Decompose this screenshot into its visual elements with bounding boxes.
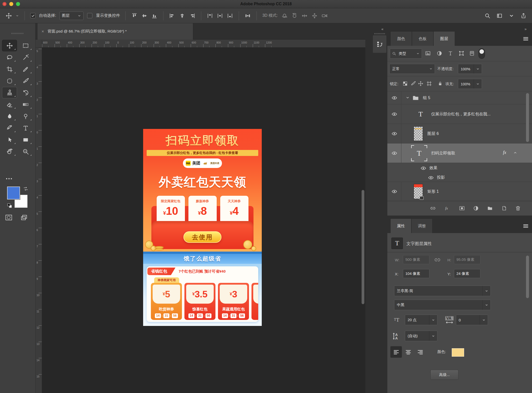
- filter-adjustment-layers-icon[interactable]: [436, 50, 442, 56]
- ruler-corner[interactable]: [36, 40, 42, 48]
- link-layers-icon[interactable]: [430, 205, 436, 211]
- clone-stamp-tool[interactable]: [2, 87, 17, 98]
- font-size-dropdown[interactable]: 20 点: [405, 315, 437, 325]
- healing-patch-tool[interactable]: [2, 75, 17, 86]
- properties-scrollbar[interactable]: [526, 256, 529, 298]
- collapsed-panel-button[interactable]: [373, 35, 386, 53]
- tab-swatches[interactable]: 色板: [412, 31, 433, 46]
- minimize-window-button[interactable]: [9, 2, 13, 6]
- leading-dropdown[interactable]: (自动): [405, 331, 437, 341]
- tab-layers[interactable]: 图层: [433, 31, 455, 46]
- adjustment-layer-icon[interactable]: [473, 205, 479, 211]
- show-transform-checkbox[interactable]: [87, 13, 92, 18]
- properties-panel-menu-icon[interactable]: [522, 223, 529, 229]
- zoom-tool[interactable]: [18, 146, 33, 157]
- close-tab-icon[interactable]: ×: [42, 29, 44, 34]
- eye-icon[interactable]: [420, 165, 426, 171]
- tab-adjustments[interactable]: 调整: [411, 219, 432, 233]
- expand-panels-arrows[interactable]: »: [524, 27, 526, 31]
- foreground-color-swatch[interactable]: [7, 186, 20, 200]
- layers-panel-menu-icon[interactable]: [522, 36, 529, 42]
- distribute-spacing-icon[interactable]: [244, 13, 251, 19]
- align-right-edges-icon[interactable]: [189, 13, 195, 19]
- auto-select-dropdown[interactable]: 图层: [60, 12, 84, 20]
- align-vertical-centers-icon[interactable]: [141, 13, 148, 19]
- add-mask-icon[interactable]: [459, 205, 465, 211]
- edit-toolbar-ellipsis-icon[interactable]: [5, 175, 13, 183]
- 3d-pan-icon[interactable]: [301, 13, 308, 19]
- 3d-camera-icon[interactable]: [321, 13, 328, 19]
- blur-tool[interactable]: [2, 111, 17, 122]
- shape-tool[interactable]: [18, 134, 33, 145]
- pen-tool[interactable]: [2, 122, 17, 133]
- align-left-button[interactable]: [390, 346, 402, 358]
- rotate-view-hand-tool[interactable]: [2, 146, 17, 157]
- advanced-button[interactable]: 高级...: [430, 370, 458, 380]
- layer-row-sel[interactable]: Tfx扫码立即领取: [387, 143, 532, 163]
- layer-fx-badge[interactable]: fx: [503, 150, 506, 155]
- layer-filter-dropdown[interactable]: 类型: [390, 49, 422, 59]
- vertical-ruler[interactable]: 543210123456789101112131415: [36, 48, 42, 393]
- eyedropper-tool[interactable]: [18, 64, 33, 75]
- text-color-swatch[interactable]: [452, 348, 464, 357]
- brush-tool[interactable]: [18, 75, 33, 86]
- fill-dropdown[interactable]: 100%: [458, 79, 482, 89]
- filter-smart-objects-icon[interactable]: [469, 50, 475, 56]
- tracking-dropdown[interactable]: 0: [456, 315, 488, 325]
- new-layer-icon[interactable]: [501, 205, 507, 211]
- dodge-tool[interactable]: [18, 111, 33, 122]
- close-window-button[interactable]: [3, 2, 7, 6]
- lasso-tool[interactable]: [2, 52, 17, 63]
- marquee-tool[interactable]: [18, 40, 33, 51]
- eraser-tool[interactable]: [2, 99, 17, 110]
- align-bottom-edges-icon[interactable]: [151, 13, 158, 19]
- delete-layer-icon[interactable]: [515, 205, 521, 211]
- x-field[interactable]: 104 像素: [403, 269, 429, 278]
- document-tab[interactable]: × 背面.psd @ 66.7% (扫码立即领取, RGB/16*) *: [38, 23, 193, 40]
- eye-icon[interactable]: [391, 188, 397, 194]
- font-style-dropdown[interactable]: 中黑: [394, 300, 491, 310]
- link-dimensions-icon[interactable]: [434, 256, 441, 263]
- align-left-edges-icon[interactable]: [169, 13, 175, 19]
- lock-artboard-icon[interactable]: [426, 81, 432, 86]
- collapse-panels-arrows[interactable]: «: [381, 27, 383, 31]
- 3d-slide-icon[interactable]: [311, 13, 318, 19]
- align-horizontal-centers-icon[interactable]: [179, 13, 185, 19]
- align-top-edges-icon[interactable]: [131, 13, 138, 19]
- eye-icon[interactable]: [428, 175, 434, 181]
- active-tool-move-icon[interactable]: [6, 13, 12, 19]
- layer-row-group[interactable]: 组 5: [387, 91, 532, 104]
- align-center-button[interactable]: [402, 346, 414, 358]
- horizontal-ruler[interactable]: 6005004003002001000100200300400500600700…: [42, 40, 365, 48]
- eye-icon[interactable]: [391, 131, 397, 137]
- filter-pixel-layers-icon[interactable]: [425, 50, 431, 56]
- filter-shape-layers-icon[interactable]: [458, 50, 464, 56]
- canvas-vertical-scrollbar[interactable]: [361, 190, 365, 304]
- layer-row-text[interactable]: T仅展示部分红包，更多红包在我...: [387, 104, 532, 124]
- crop-tool[interactable]: [2, 64, 17, 75]
- default-colors-icon[interactable]: [7, 203, 13, 209]
- layers-scrollbar[interactable]: [526, 93, 529, 142]
- share-icon[interactable]: [520, 13, 526, 19]
- distribute-vertical-icon[interactable]: [217, 13, 223, 19]
- search-icon[interactable]: [484, 13, 490, 19]
- layer-visibility-cell[interactable]: [387, 124, 401, 143]
- workspace-chevron-icon[interactable]: [508, 13, 514, 19]
- filter-type-layers-icon[interactable]: [447, 50, 453, 56]
- history-brush-tool[interactable]: [18, 87, 33, 98]
- filter-toggle-switch[interactable]: [478, 48, 485, 59]
- lock-transparency-icon[interactable]: [402, 81, 408, 86]
- layer-visibility-cell[interactable]: [387, 143, 401, 163]
- move-tool[interactable]: [2, 40, 17, 51]
- magic-wand-tool[interactable]: [18, 52, 33, 63]
- collapse-effects-chevron-icon[interactable]: [513, 150, 517, 155]
- distribute-top-icon[interactable]: [207, 13, 213, 19]
- fullscreen-window-button[interactable]: [16, 2, 20, 6]
- layer-row-shape[interactable]: 矩形 1: [387, 182, 532, 201]
- layer-row-pixel[interactable]: 图层 6: [387, 124, 532, 143]
- 3d-roll-icon[interactable]: [291, 13, 298, 19]
- eye-icon[interactable]: [391, 95, 397, 101]
- layer-visibility-cell[interactable]: [387, 91, 401, 104]
- tool-preset-chevron-icon[interactable]: [16, 14, 19, 18]
- blend-mode-dropdown[interactable]: 正常: [389, 64, 435, 74]
